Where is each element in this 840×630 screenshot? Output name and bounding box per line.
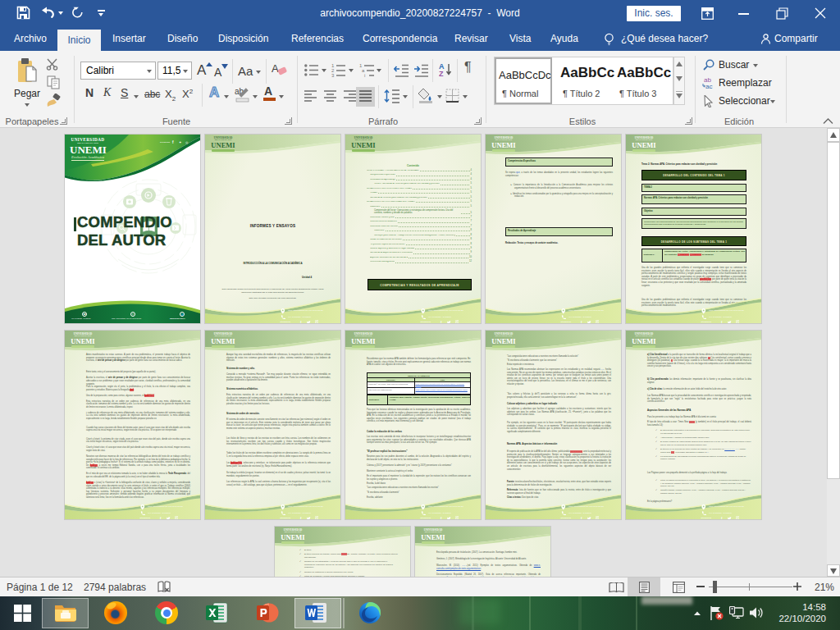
svg-text:ac: ac — [705, 83, 712, 89]
svg-text:3: 3 — [331, 73, 335, 77]
svg-text:i: i — [364, 73, 365, 77]
svg-text:Z: Z — [439, 70, 444, 77]
